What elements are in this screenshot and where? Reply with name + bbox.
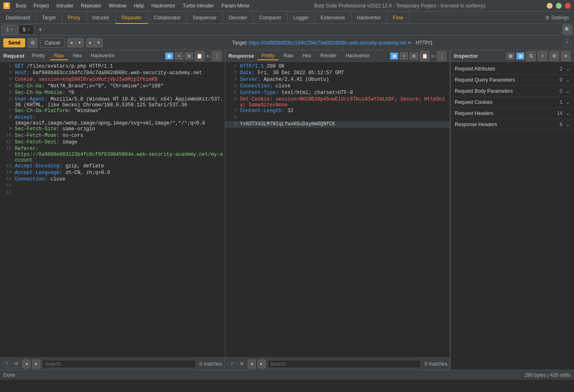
settings-icon-btn[interactable]: ⚙ (28, 38, 38, 48)
inspector-section-request-query-params[interactable]: Request Query Parameters 0 ⌄ (451, 75, 574, 86)
request-more-btn[interactable]: ⋮ (212, 51, 222, 61)
add-tab-button[interactable]: + (35, 26, 45, 33)
next-down-button[interactable]: ▾ (94, 38, 103, 47)
tab-5-close[interactable]: × (27, 25, 30, 35)
inspector-section-request-headers[interactable]: Request Headers 14 ⌄ (451, 108, 574, 119)
inspector-section-count: 6 (560, 122, 562, 127)
response-search-bar: ? ⚙ ◂ ▸ 0 matches (225, 357, 450, 370)
status-bar: Done 286 bytes | 426 millis (0, 370, 574, 380)
nav-tab-dashboard[interactable]: Dashboard (0, 12, 36, 24)
nav-tab-target[interactable]: Target (36, 12, 62, 24)
code-line: 9 Sec-Fetch-Site: same-origin (0, 126, 225, 133)
menu-project[interactable]: Project (30, 2, 52, 9)
send-button[interactable]: Send (3, 38, 25, 47)
request-search-prev-btn[interactable]: ◂ (22, 359, 31, 369)
response-view-list[interactable]: ≡ (400, 52, 408, 60)
response-tab-pretty[interactable]: Pretty (257, 52, 279, 60)
menu-burp[interactable]: Burp (12, 2, 29, 9)
inspector-section-request-cookies[interactable]: Request Cookies 1 ⌄ (451, 97, 574, 108)
menu-hackvertor[interactable]: Hackvertor (148, 2, 179, 9)
inspector-add-btn[interactable]: + (538, 51, 548, 61)
response-view-split[interactable]: ▦ (390, 52, 398, 60)
response-tab-hackvertor[interactable]: Hackvertor (342, 52, 374, 60)
inspector-view-split[interactable]: ▦ (516, 52, 524, 60)
menu-help[interactable]: Help (130, 2, 147, 9)
search-icon-btn[interactable]: 🔍 (562, 25, 572, 35)
help-button[interactable]: ? (562, 39, 571, 47)
response-search-input[interactable] (267, 360, 421, 368)
nav-tab-decoder[interactable]: Decoder (223, 12, 253, 24)
prev-button[interactable]: ◂ (67, 38, 76, 47)
nav-tab-proxy[interactable]: Proxy (62, 12, 87, 24)
request-tab-pretty[interactable]: Pretty (28, 52, 49, 60)
request-tab-hex[interactable]: Hex (69, 52, 86, 60)
inspector-close-btn[interactable]: ✕ (561, 51, 571, 61)
request-ln-btn[interactable]: ln (206, 54, 210, 59)
response-ln-btn[interactable]: ln (431, 54, 435, 59)
inspector-view-list[interactable]: ▦ (506, 52, 515, 60)
nav-tab-sequencer[interactable]: Sequencer (187, 12, 223, 24)
response-tabs: Pretty Raw Hex Render Hackvertor (257, 52, 374, 60)
maximize-button[interactable] (556, 3, 562, 9)
code-line: 11 Sec-Fetch-Dest: image (0, 139, 225, 146)
inspector-section-response-headers[interactable]: Response Headers 6 ⌄ (451, 119, 574, 130)
request-title: Request (3, 53, 24, 59)
nav-tab-intruder[interactable]: Intruder (87, 12, 116, 24)
menu-turbo-intruder[interactable]: Turbo Intruder (180, 2, 217, 9)
next-button[interactable]: ▸ (86, 38, 94, 47)
minimize-button[interactable] (547, 3, 553, 9)
response-code-area[interactable]: 1 HTTP/1.1 200 OK 2 Date: Fri, 30 Dec 20… (225, 62, 450, 357)
request-search-next-btn[interactable]: ▸ (32, 359, 40, 369)
request-tab-raw[interactable]: Raw (50, 52, 68, 60)
response-view-wrap[interactable]: ⊞ (410, 52, 418, 60)
response-copy-btn[interactable]: 📋 (420, 51, 430, 61)
inspector-section-request-body-params[interactable]: Request Body Parameters 0 ⌄ (451, 86, 574, 97)
code-line: 9 YxN3TX43LM7NIqLfwxKGuDaymmOQNfCK (225, 121, 450, 128)
nav-tab-comparer[interactable]: Comparer (253, 12, 287, 24)
repeater-tab-1[interactable]: 1 × (2, 25, 18, 35)
settings-button[interactable]: ⚙ Settings (540, 15, 574, 21)
request-search-settings-btn[interactable]: ⚙ (12, 360, 21, 368)
request-code-area[interactable]: 1 GET /files/avatars/p.php HTTP/1.1 2 Ho… (0, 62, 225, 357)
menu-intruder[interactable]: Intruder (53, 2, 77, 9)
menu-repeater[interactable]: Repeater (78, 2, 104, 9)
response-search-settings-btn[interactable]: ⚙ (238, 360, 246, 368)
menu-param-miner[interactable]: Param Miner (218, 2, 253, 9)
tab-1-label: 1 (6, 25, 9, 35)
prev-down-button[interactable]: ▾ (76, 38, 84, 47)
inspector-settings-btn[interactable]: ⚙ (549, 51, 559, 61)
nav-tab-logger[interactable]: Logger (288, 12, 315, 24)
edit-target-button[interactable]: ✏ (408, 40, 412, 46)
nav-tab-repeater[interactable]: Repeater (116, 12, 148, 24)
request-search-input[interactable] (42, 360, 196, 368)
request-help-btn[interactable]: ? (2, 360, 11, 368)
response-tab-render[interactable]: Render (316, 52, 340, 60)
request-tab-hackvertor[interactable]: Hackvertor (87, 52, 119, 60)
response-tab-hex[interactable]: Hex (298, 52, 315, 60)
request-copy-btn[interactable]: 📋 (195, 51, 205, 61)
response-more-btn[interactable]: ⋮ (437, 51, 446, 61)
response-tab-raw[interactable]: Raw (279, 52, 298, 60)
request-view-split[interactable]: ▦ (165, 52, 173, 60)
repeater-tab-5[interactable]: 5 × (19, 25, 35, 35)
response-help-btn[interactable]: ? (228, 360, 236, 368)
inspector-section-request-attributes[interactable]: Request Attributes 2 ⌄ (451, 63, 574, 75)
nav-tab-collaborator[interactable]: Collaborator (148, 12, 187, 24)
inspector-section-count: 1 (560, 99, 562, 105)
request-view-list[interactable]: ≡ (175, 52, 183, 60)
response-search-next-btn[interactable]: ▸ (257, 359, 266, 369)
request-view-wrap[interactable]: ⊞ (185, 52, 193, 60)
code-line: 6 User-Agent: Mozilla/5.0 (Windows NT 10… (0, 96, 225, 108)
inspector-sort-btn[interactable]: ⇅ (526, 51, 536, 61)
nav-tab-flow[interactable]: Flow (387, 12, 409, 24)
code-line: 7 Sec-Ch-Ua-Platform: "Windows" (0, 108, 225, 115)
title-bar: B Burp Project Intruder Repeater Window … (0, 0, 574, 12)
nav-tab-hackvertor[interactable]: Hackvertor (351, 12, 387, 24)
response-search-prev-btn[interactable]: ◂ (248, 359, 256, 369)
menu-window[interactable]: Window (105, 2, 130, 9)
cancel-button[interactable]: Cancel (40, 38, 64, 48)
nav-tab-extensions[interactable]: Extensions (315, 12, 351, 24)
tab-1-close[interactable]: × (11, 25, 13, 35)
response-panel-header: Response Pretty Raw Hex Render Hackverto… (225, 50, 450, 62)
close-button[interactable] (565, 3, 571, 9)
